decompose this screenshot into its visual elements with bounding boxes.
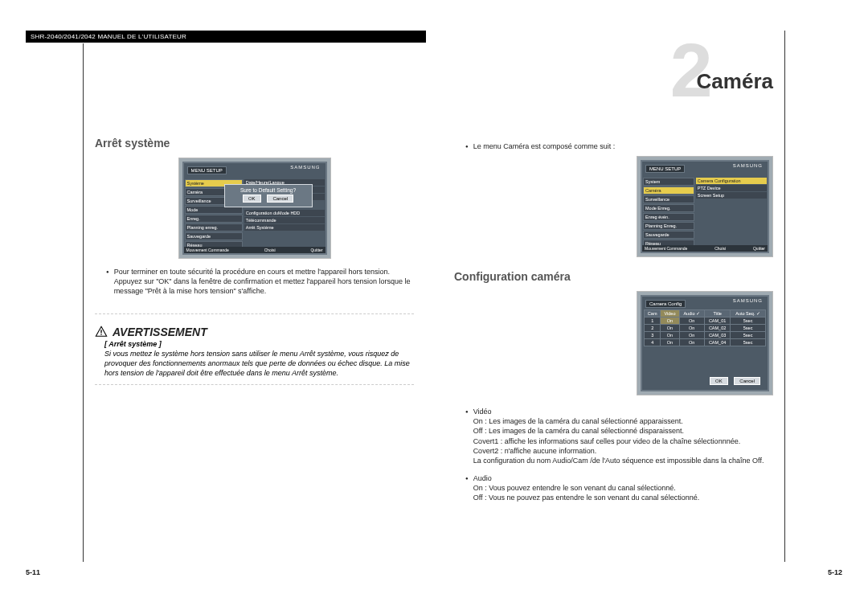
shot-cancel-button: Cancel <box>267 195 293 203</box>
warning-body: Si vous mettez le système hors tension s… <box>104 350 414 378</box>
warning-subtitle: [ Arrêt système ] <box>104 340 414 348</box>
section-title-config: Configuration caméra <box>454 270 773 283</box>
margin-rule <box>83 43 84 562</box>
section-title-arret: Arrêt système <box>95 137 414 150</box>
page-number-right: 5-12 <box>828 568 842 576</box>
chapter-heading: 2Caméra <box>454 36 773 105</box>
shot-title: MENU SETUP <box>645 165 685 173</box>
audio-body: On : Vous pouvez entendre le son venant … <box>473 484 700 502</box>
bullet-video: Vidéo On : Les images de la caméra du ca… <box>465 407 773 465</box>
svg-rect-0 <box>100 330 101 334</box>
video-body: On : Les images de la caméra du canal sé… <box>473 417 764 465</box>
warning-title: AVERTISSEMENT <box>113 326 207 338</box>
shot-cancel-button: Cancel <box>734 377 760 385</box>
shot-ok-button: OK <box>710 377 728 385</box>
divider <box>95 384 414 385</box>
chapter-title: Caméra <box>697 69 773 93</box>
shot-right-menu: Camera Configuration PTZ Device Screen S… <box>695 176 768 249</box>
page-number-left: 5-11 <box>26 568 40 576</box>
manual-spread: SHR-2040/2041/2042 MANUEL DE L'UTILISATE… <box>0 0 868 594</box>
shot-ok-button: OK <box>243 195 261 203</box>
shot-popup: Sure to Default Setting? OK Cancel <box>224 184 313 207</box>
brand-logo: SAMSUNG <box>733 163 763 168</box>
screenshot-menu-setup-camera: MENU SETUP SAMSUNG System Caméra Surveil… <box>637 156 773 257</box>
shot-title: MENU SETUP <box>187 166 227 174</box>
shot-left-menu: System Caméra Surveillance Mode Enreg. E… <box>642 176 695 249</box>
page-left: SHR-2040/2041/2042 MANUEL DE L'UTILISATE… <box>0 0 434 594</box>
audio-label: Audio <box>473 473 773 483</box>
warning-icon <box>95 326 108 338</box>
svg-rect-1 <box>100 334 101 335</box>
brand-logo: SAMSUNG <box>290 165 320 170</box>
divider <box>95 313 414 314</box>
shot-title: Camera Config <box>645 300 686 308</box>
page-right: 2Caméra Le menu Caméra est composé comme… <box>434 0 868 594</box>
warning-row: AVERTISSEMENT <box>95 326 414 338</box>
bullet-intro: Le menu Caméra est composé comme suit : <box>465 141 773 151</box>
running-header: SHR-2040/2041/2042 MANUEL DE L'UTILISATE… <box>26 31 426 43</box>
brand-logo: SAMSUNG <box>733 298 763 303</box>
bullet-audio: Audio On : Vous pouvez entendre le son v… <box>465 473 773 502</box>
screenshot-menu-setup-shutdown: MENU SETUP SAMSUNG Système Caméra Survei… <box>178 158 331 259</box>
video-label: Vidéo <box>473 407 773 416</box>
camera-config-table: Cam Video Audio ✓ Title Auto Seq. ✓ 1OnO… <box>644 309 766 346</box>
margin-rule <box>784 31 785 562</box>
bullet-shutdown: Pour terminer en toute sécurité la procé… <box>106 267 414 296</box>
screenshot-camera-config: Camera Config SAMSUNG Cam Video Audio ✓ … <box>637 291 773 395</box>
